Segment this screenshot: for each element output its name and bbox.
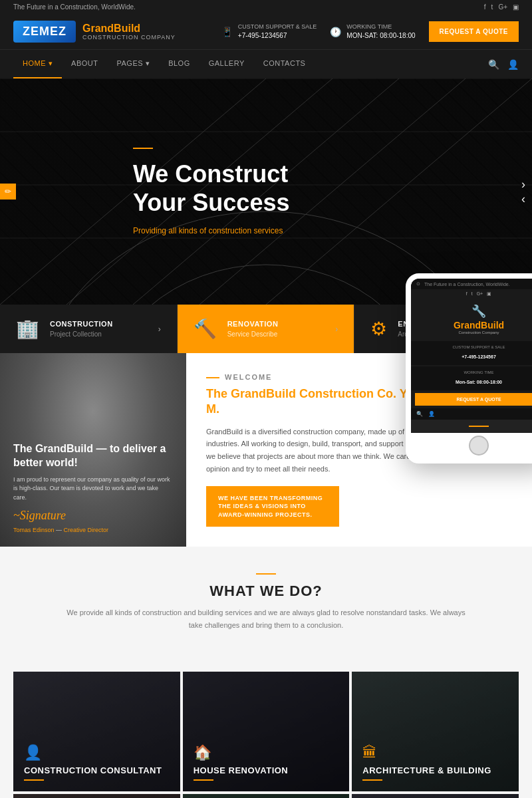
user-icon[interactable]: 👤 <box>507 59 519 70</box>
mobile-mockup: ⊙ The Future in a Construction, WorldWid… <box>406 273 532 464</box>
nav-blog[interactable]: BLOG <box>159 50 200 78</box>
header: ZEMEZ GrandBuild CONSTRUCTION COMPANY 📱 … <box>0 14 532 49</box>
clock-icon: 🕐 <box>330 27 341 37</box>
top-bar: The Future in a Construction, WorldWide.… <box>0 0 532 14</box>
service-card-interior[interactable]: 🖌 INTERIOR DESIGN <box>13 794 180 798</box>
service-card-renovation[interactable]: 🏠 HOUSE RENOVATION <box>183 672 350 791</box>
services-grid: 👤 CONSTRUCTION CONSULTANT 🏠 HOUSE RENOVA… <box>0 672 532 798</box>
nav-icons: 🔍 👤 <box>488 59 519 70</box>
mobile-search-row: 🔍 👤 <box>411 408 532 420</box>
hero-title: We Construct Your Success <box>133 160 289 217</box>
service-construction[interactable]: 🏢 CONSTRUCTION Project Collection › <box>0 305 178 353</box>
edit-icon[interactable]: ✏ <box>0 184 16 200</box>
card-underline-3 <box>362 779 382 781</box>
hero-section: ✏ We Construct Your Success Providing al… <box>0 78 532 305</box>
brand-logo: GrandBuild CONSTRUCTION COMPANY <box>82 23 176 41</box>
twitter-icon[interactable]: t <box>491 3 493 11</box>
card-content-1: 👤 CONSTRUCTION CONSULTANT <box>13 672 180 791</box>
nav-contacts[interactable]: CONTACTS <box>254 50 315 78</box>
service-card-architecture[interactable]: 🏛 ARCHITECTURE & BUILDING <box>352 672 519 791</box>
service-construction-text: CONSTRUCTION Project Collection <box>50 320 148 338</box>
arrow-up[interactable]: › <box>521 178 525 190</box>
about-section: The GrandBuild — to deliver a better wor… <box>0 353 532 547</box>
support-label: CUSTOM SUPPORT & SALE <box>238 23 317 31</box>
nav-gallery[interactable]: GALLERY <box>200 50 254 78</box>
nav-about[interactable]: ABOUT <box>62 50 107 78</box>
construction-icon: 🏢 <box>16 318 39 340</box>
service-construction-desc: Project Collection <box>50 331 148 338</box>
mobile-quote-text: REQUEST A QUOTE <box>456 397 501 402</box>
author-name: Tomas Edinson <box>13 527 55 533</box>
hours-label: WORKING TIME <box>346 23 415 31</box>
mobile-tagline: ⊙ <box>416 281 420 287</box>
header-info: 📱 CUSTOM SUPPORT & SALE +7-495-1234567 🕐… <box>221 21 519 42</box>
service-renovation-desc: Service Describe <box>227 331 325 338</box>
about-cta-button[interactable]: WE HAVE BEEN TRANSFORMING THE IDEAS & VI… <box>206 486 339 527</box>
quote-button[interactable]: REQUEST A QUOTE <box>429 21 519 42</box>
brand-subtitle: CONSTRUCTION COMPANY <box>82 34 176 41</box>
google-icon[interactable]: G+ <box>498 3 507 11</box>
instagram-icon[interactable]: ▣ <box>513 3 519 11</box>
mobile-fb: f <box>466 291 467 297</box>
card-content-6: 📐 PRECONSTRUCTION PLANNING <box>352 794 519 798</box>
search-icon[interactable]: 🔍 <box>488 59 499 70</box>
mobile-topbar: ⊙ The Future in a Construction, WorldWid… <box>411 279 532 289</box>
author-role: Creative Director <box>64 527 109 533</box>
phone-icon: 📱 <box>221 27 233 37</box>
logo-area: ZEMEZ GrandBuild CONSTRUCTION COMPANY <box>13 21 176 43</box>
about-right: WELCOME The GrandBuild Construction Co. … <box>186 353 532 547</box>
nav-links: HOME ▾ ABOUT PAGES ▾ BLOG GALLERY CONTAC… <box>13 50 315 78</box>
service-renovation-title: RENOVATION <box>227 320 325 328</box>
card-icon-3: 🏛 <box>362 744 508 761</box>
mobile-user-icon[interactable]: 👤 <box>428 411 435 417</box>
svg-point-10 <box>100 265 432 305</box>
section-desc: We provide all kinds of construction and… <box>66 606 466 631</box>
support-info: 📱 CUSTOM SUPPORT & SALE +7-495-1234567 <box>221 23 317 41</box>
mobile-brand: GrandBuild <box>416 320 532 331</box>
card-underline-1 <box>24 779 44 781</box>
mobile-home-button[interactable] <box>469 436 489 456</box>
mobile-hours-label: WORKING TIME <box>416 370 532 374</box>
mobile-support: CUSTOM SUPPORT & SALE +7-495-1234567 <box>411 341 532 365</box>
about-body-text: I am proud to represent our company as q… <box>13 475 173 503</box>
service-renovation[interactable]: 🔨 RENOVATION Service Describe › <box>178 305 355 353</box>
nav-home[interactable]: HOME ▾ <box>13 50 62 78</box>
about-headline: The GrandBuild — to deliver a better wor… <box>13 442 173 470</box>
service-card-engineering[interactable]: 🏗 BUILDING ENGINEERING <box>183 794 350 798</box>
mobile-phone: +7-495-1234567 <box>462 354 496 359</box>
mobile-quote-btn[interactable]: REQUEST A QUOTE <box>415 393 532 406</box>
card-content-2: 🏠 HOUSE RENOVATION <box>183 672 350 791</box>
hours-info: 🕐 WORKING TIME MON-SAT: 08:00-18:00 <box>330 23 415 41</box>
mobile-bottom <box>411 420 532 433</box>
mobile-support-label: CUSTOM SUPPORT & SALE <box>416 345 532 349</box>
mobile-hours: WORKING TIME Mon-Sat: 08:00-18:00 <box>411 366 532 390</box>
arrow-down[interactable]: ‹ <box>521 193 525 205</box>
card-underline-2 <box>194 779 213 781</box>
mobile-accent <box>469 426 489 427</box>
mobile-search-icon[interactable]: 🔍 <box>416 411 423 417</box>
facebook-icon[interactable]: f <box>484 3 486 11</box>
service-card-construction[interactable]: 👤 CONSTRUCTION CONSULTANT <box>13 672 180 791</box>
about-image: The GrandBuild — to deliver a better wor… <box>0 353 186 547</box>
about-image-text: The GrandBuild — to deliver a better wor… <box>13 442 173 533</box>
card-content-5: 🏗 BUILDING ENGINEERING <box>183 794 350 798</box>
nav-pages[interactable]: PAGES ▾ <box>107 50 159 78</box>
support-phone: +7-495-1234567 <box>238 31 317 41</box>
hero-subtitle: Providing all kinds of construction serv… <box>133 226 289 235</box>
navigation: HOME ▾ ABOUT PAGES ▾ BLOG GALLERY CONTAC… <box>0 49 532 78</box>
card-title-2: HOUSE RENOVATION <box>194 765 339 775</box>
hero-accent-line <box>133 148 153 149</box>
hero-content: We Construct Your Success Providing all … <box>0 148 329 235</box>
zemez-logo[interactable]: ZEMEZ <box>13 21 76 43</box>
about-author: Tomas Edinson — Creative Director <box>13 527 173 533</box>
service-card-planning[interactable]: 📐 PRECONSTRUCTION PLANNING <box>352 794 519 798</box>
mobile-tw: t <box>471 291 473 297</box>
renovation-icon: 🔨 <box>194 318 217 340</box>
mobile-tagline-text: The Future in a Construction, WorldWide. <box>424 282 510 287</box>
card-icon-1: 👤 <box>24 744 170 761</box>
mobile-g: G+ <box>477 291 483 297</box>
card-content-4: 🖌 INTERIOR DESIGN <box>13 794 180 798</box>
hero-arrows: › ‹ <box>521 178 525 205</box>
engineering-icon: ⚙ <box>370 318 387 340</box>
card-title-3: ARCHITECTURE & BUILDING <box>362 765 508 775</box>
